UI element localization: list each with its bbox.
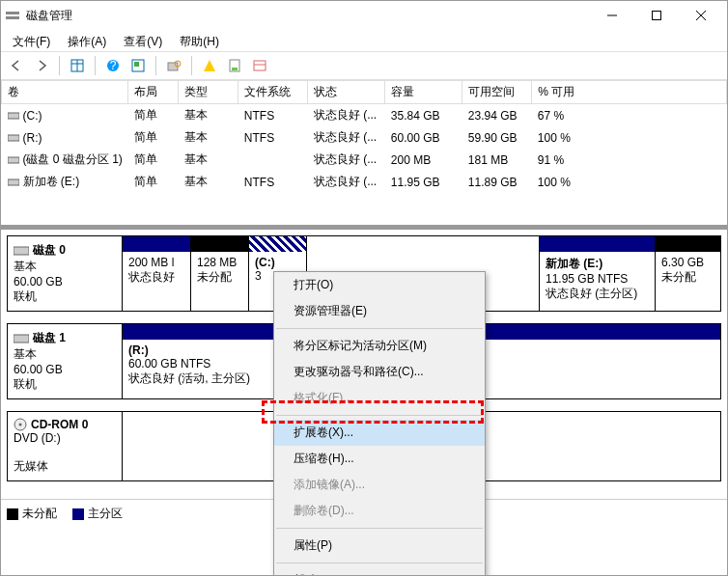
menu-action[interactable]: 操作(A) — [60, 32, 114, 49]
action2-button[interactable] — [223, 54, 246, 77]
col-fs[interactable]: 文件系统 — [238, 81, 308, 104]
ctx-delete-volume: 删除卷(D)... — [274, 498, 485, 524]
legend-unalloc-swatch — [7, 508, 18, 520]
volume-icon — [8, 110, 19, 122]
svg-rect-3 — [653, 12, 661, 20]
ctx-open[interactable]: 打开(O) — [274, 272, 485, 298]
cdrom-icon — [14, 418, 27, 431]
app-icon — [5, 8, 20, 23]
view-list-button[interactable] — [66, 54, 89, 77]
separator — [95, 56, 96, 75]
ctx-extend-volume[interactable]: 扩展卷(X)... — [274, 420, 485, 446]
ctx-format: 格式化(F)... — [274, 385, 485, 411]
help-button[interactable]: ? — [101, 54, 125, 77]
svg-text:?: ? — [110, 59, 117, 72]
volume-table[interactable]: 卷 布局 类型 文件系统 状态 容量 可用空间 % 可用 (C:)简单基本NTF… — [1, 80, 727, 230]
col-type[interactable]: 类型 — [179, 81, 238, 104]
table-row[interactable]: (C:)简单基本NTFS状态良好 (...35.84 GB23.94 GB67 … — [2, 104, 727, 127]
menu-view[interactable]: 查看(V) — [116, 32, 170, 49]
ctx-help[interactable]: 帮助(H) — [274, 567, 485, 576]
minimize-button[interactable] — [590, 1, 634, 30]
table-row[interactable]: (R:)简单基本NTFS状态良好 (...60.00 GB59.90 GB100… — [2, 126, 727, 149]
menu-help[interactable]: 帮助(H) — [172, 32, 227, 49]
context-menu: 打开(O) 资源管理器(E) 将分区标记为活动分区(M) 更改驱动器号和路径(C… — [273, 271, 486, 576]
ctx-explorer[interactable]: 资源管理器(E) — [274, 298, 485, 324]
cdrom-header[interactable]: CD-ROM 0 DVD (D:)无媒体 — [7, 411, 123, 481]
disk-icon — [14, 333, 29, 344]
disk-0-header[interactable]: 磁盘 0 基本 60.00 GB 联机 — [7, 235, 123, 312]
rescan-button[interactable] — [162, 54, 185, 77]
action3-button[interactable] — [248, 54, 271, 77]
refresh-button[interactable] — [126, 54, 150, 77]
disk0-partition-e[interactable]: 新加卷 (E:)11.95 GB NTFS状态良好 (主分区) — [539, 236, 655, 311]
svg-rect-1 — [6, 16, 19, 19]
action1-button[interactable] — [198, 54, 221, 77]
svg-rect-20 — [8, 113, 19, 119]
col-free[interactable]: 可用空间 — [462, 81, 532, 104]
ctx-change-letter[interactable]: 更改驱动器号和路径(C)... — [274, 359, 485, 385]
col-capacity[interactable]: 容量 — [385, 81, 462, 104]
title-bar: 磁盘管理 — [1, 1, 727, 30]
legend-primary-swatch — [72, 508, 84, 520]
maximize-button[interactable] — [634, 1, 679, 30]
svg-point-27 — [19, 424, 22, 426]
svg-rect-0 — [6, 12, 19, 14]
svg-rect-18 — [254, 61, 266, 70]
svg-rect-22 — [8, 157, 19, 163]
svg-rect-21 — [8, 135, 19, 141]
toolbar: ? — [1, 51, 727, 80]
col-pct[interactable]: % 可用 — [532, 81, 727, 104]
table-row[interactable]: 新加卷 (E:)简单基本NTFS状态良好 (...11.95 GB11.89 G… — [2, 171, 727, 193]
col-status[interactable]: 状态 — [308, 81, 385, 104]
ctx-mark-active[interactable]: 将分区标记为活动分区(M) — [274, 333, 485, 359]
svg-rect-12 — [134, 62, 139, 67]
disk-1-header[interactable]: 磁盘 1 基本60.00 GB联机 — [7, 323, 123, 399]
ctx-properties[interactable]: 属性(P) — [274, 533, 485, 559]
forward-button[interactable] — [30, 54, 53, 77]
menu-file[interactable]: 文件(F) — [5, 32, 58, 49]
volume-icon — [8, 177, 19, 188]
disk-icon — [14, 245, 29, 257]
svg-rect-17 — [232, 68, 238, 70]
disk0-partition-unalloc1[interactable]: 128 MB未分配 — [190, 236, 248, 311]
volume-icon — [8, 132, 19, 144]
separator — [191, 56, 192, 75]
disk0-partition-system[interactable]: 200 MB l状态良好 — [123, 236, 190, 311]
window-title: 磁盘管理 — [26, 8, 590, 24]
svg-rect-25 — [14, 335, 29, 343]
volume-icon — [8, 154, 19, 166]
col-layout[interactable]: 布局 — [128, 81, 179, 104]
back-button[interactable] — [5, 54, 28, 77]
table-row[interactable]: (磁盘 0 磁盘分区 1)简单基本状态良好 (...200 MB181 MB91… — [2, 149, 727, 171]
col-volume[interactable]: 卷 — [2, 81, 128, 104]
ctx-shrink-volume[interactable]: 压缩卷(H)... — [274, 446, 485, 472]
disk0-partition-unalloc2[interactable]: 6.30 GB未分配 — [655, 236, 720, 311]
svg-rect-23 — [8, 179, 19, 185]
svg-marker-15 — [204, 60, 215, 71]
menu-bar: 文件(F) 操作(A) 查看(V) 帮助(H) — [1, 30, 727, 51]
ctx-add-mirror: 添加镜像(A)... — [274, 472, 485, 498]
svg-rect-24 — [14, 247, 29, 255]
separator — [155, 56, 156, 75]
separator — [59, 56, 60, 75]
close-button[interactable] — [679, 1, 723, 30]
